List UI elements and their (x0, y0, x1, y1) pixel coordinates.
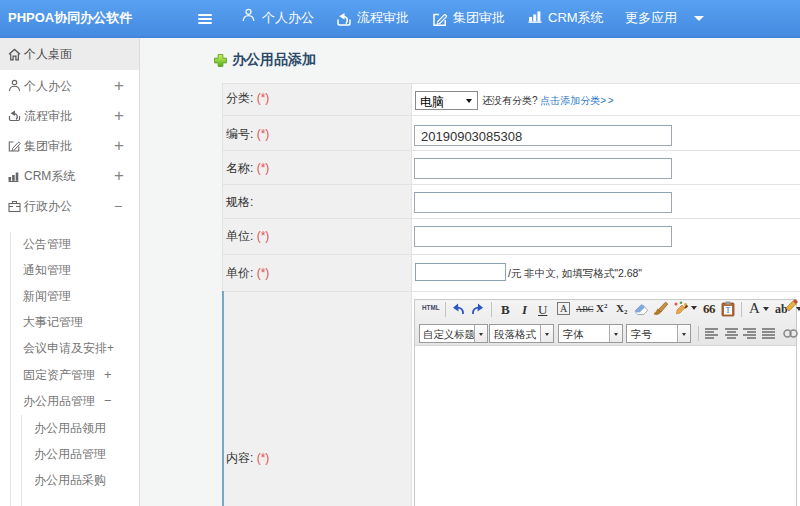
svg-text:T: T (726, 306, 731, 315)
